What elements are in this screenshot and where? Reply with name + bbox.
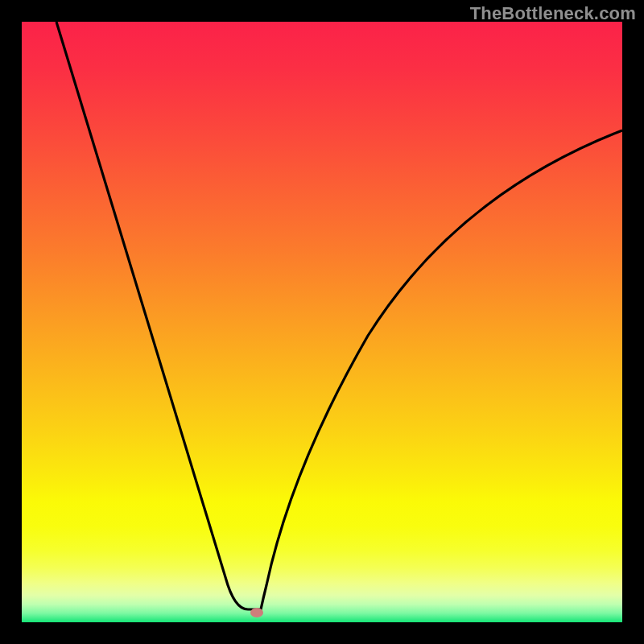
chart-plot xyxy=(22,22,622,622)
watermark-text: TheBottleneck.com xyxy=(470,3,636,24)
chart-frame xyxy=(22,22,622,622)
optimum-marker xyxy=(250,608,263,617)
chart-background xyxy=(22,22,622,622)
